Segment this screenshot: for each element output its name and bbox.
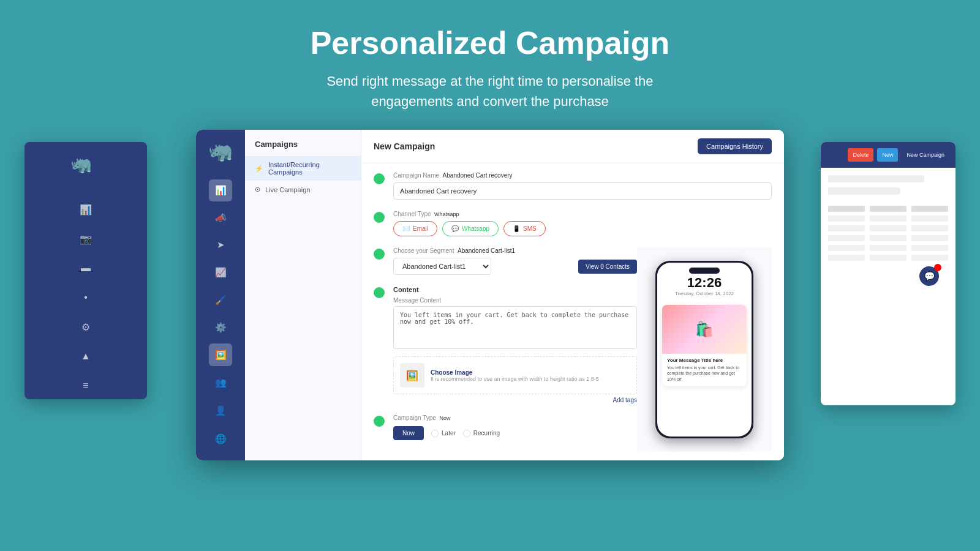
- campaigns-panel-title: Campaigns: [245, 140, 361, 156]
- step-3-label: Choose your Segment Abandoned Cart-list1: [393, 247, 637, 254]
- type-recurring-option[interactable]: Recurring: [463, 426, 500, 440]
- left-nav-item[interactable]: •: [74, 285, 98, 310]
- step-indicator-5: [374, 416, 385, 427]
- sidebar-icon-media[interactable]: 🖼️: [209, 343, 232, 366]
- step-channel-type: Channel Type Whatsapp ✉️ Email 💬 Whatsap…: [374, 211, 772, 236]
- channel-whatsapp-button[interactable]: 💬 Whatsapp: [442, 221, 499, 236]
- step-3-and-4: Choose your Segment Abandoned Cart-list1…: [374, 247, 637, 451]
- step-campaign-name: Campaign Name Abandoned Cart recovery: [374, 172, 772, 200]
- sidebar-item-live-campaign[interactable]: ⊙ Live Campaign: [245, 181, 361, 198]
- phone-mockup: 12:26 Tuesday, October 18, 2022 🛍️ Your …: [655, 261, 753, 438]
- left-logo-icon: 🦏: [70, 154, 101, 185]
- step-2-label: Channel Type Whatsapp: [393, 211, 772, 217]
- step-3-content: Choose your Segment Abandoned Cart-list1…: [393, 247, 637, 275]
- sidebar-icon-profile[interactable]: 👤: [209, 399, 232, 422]
- campaigns-panel: Campaigns ⚡ Instant/Recurring Campaigns …: [245, 130, 361, 460]
- hero-section: Personalized Campaign Send right message…: [0, 0, 980, 130]
- sidebar-bottom: 👥 👤 🌐: [209, 371, 232, 460]
- step-campaign-type: Campaign Type Now Now Later: [374, 414, 637, 440]
- step-indicator-4: [374, 287, 385, 298]
- type-later-option[interactable]: Later: [431, 426, 456, 440]
- type-recurring-radio[interactable]: [463, 430, 470, 437]
- live-campaign-label: Live Campaign: [265, 186, 310, 193]
- app-logo-icon: 🦏: [206, 140, 235, 167]
- message-textarea[interactable]: You left items in your cart. Get back to…: [393, 306, 637, 349]
- left-nav-item[interactable]: ⚙: [74, 315, 98, 339]
- segment-select[interactable]: Abandoned Cart-list1: [393, 258, 491, 275]
- main-sidebar: 🦏 📊 📣 ➤ 📈 🖌️ ⚙️ 🖼️ 👥 👤 🌐: [196, 130, 245, 460]
- instant-campaigns-icon: ⚡: [255, 165, 263, 173]
- left-nav-item[interactable]: 📊: [74, 197, 98, 222]
- right-content: [821, 168, 956, 272]
- message-content-label: Message Content: [393, 297, 637, 304]
- channel-sms-button[interactable]: 📱 SMS: [503, 221, 546, 236]
- phone-date: Tuesday, October 18, 2022: [663, 291, 745, 296]
- step-5-content: Campaign Type Now Now Later: [393, 414, 637, 440]
- phone-message-image: 🛍️: [662, 305, 747, 354]
- right-btn-blue[interactable]: New: [877, 148, 898, 162]
- phone-mockup-container: 12:26 Tuesday, October 18, 2022 🛍️ Your …: [637, 247, 772, 451]
- main-screenshot: 🦏 📊 📣 ➤ 📈 🖌️ ⚙️ 🖼️ 👥 👤 🌐 Campaigns ⚡ Ins…: [196, 130, 784, 460]
- step-4-content: Content Message Content You left items i…: [393, 286, 637, 403]
- hero-subtitle: Send right message at the right time to …: [0, 71, 980, 111]
- right-table: [828, 206, 948, 264]
- type-later-radio[interactable]: [431, 430, 439, 437]
- step-indicator-2: [374, 212, 385, 223]
- content-header: New Campaign Campaigns History: [361, 130, 784, 163]
- screenshot-right: Delete New New Campaign 💬: [821, 142, 956, 405]
- sidebar-icon-campaigns[interactable]: 📣: [209, 206, 232, 229]
- sms-icon: 📱: [513, 225, 520, 232]
- left-nav-item[interactable]: ▬: [74, 256, 98, 280]
- left-nav-item[interactable]: ▲: [74, 344, 98, 369]
- chat-button[interactable]: 💬: [919, 266, 939, 286]
- add-tags-link[interactable]: Add tags: [393, 397, 637, 403]
- right-row: [828, 187, 900, 195]
- sidebar-icon-journeys[interactable]: ➤: [209, 234, 232, 257]
- choose-image-label[interactable]: Choose Image: [431, 369, 599, 376]
- form-area: Campaign Name Abandoned Cart recovery Ch…: [361, 163, 784, 460]
- hero-title: Personalized Campaign: [0, 24, 980, 61]
- screenshots-container: 🦏 📊 📷 ▬ • ⚙ ▲ ≡ Delete New New Campaign: [0, 130, 980, 479]
- template-text: Choose Image It is recommended to use an…: [431, 369, 599, 382]
- live-campaign-icon: ⊙: [255, 186, 260, 193]
- phone-time: 12:26: [663, 275, 745, 291]
- left-nav-item[interactable]: 📷: [74, 227, 98, 251]
- left-nav-items: 📊 📷 ▬ • ⚙ ▲ ≡: [24, 197, 147, 398]
- sidebar-item-instant-campaigns[interactable]: ⚡ Instant/Recurring Campaigns: [245, 156, 361, 181]
- screenshot-left: 🦏 📊 📷 ▬ • ⚙ ▲ ≡: [24, 142, 147, 399]
- step-2-content: Channel Type Whatsapp ✉️ Email 💬 Whatsap…: [393, 211, 772, 236]
- channel-email-button[interactable]: ✉️ Email: [393, 221, 437, 236]
- sidebar-icon-settings[interactable]: ⚙️: [209, 316, 232, 339]
- phone-screen: 12:26 Tuesday, October 18, 2022 🛍️ Your …: [657, 263, 752, 437]
- step-indicator-3: [374, 249, 385, 260]
- sidebar-icon-growth[interactable]: 📈: [209, 261, 232, 284]
- sidebar-icon-team[interactable]: 👥: [209, 371, 232, 394]
- phone-msg-body: Your Message Title here You left items i…: [662, 354, 747, 386]
- left-nav-item[interactable]: ≡: [74, 373, 98, 398]
- right-btn-red[interactable]: Delete: [848, 148, 873, 162]
- whatsapp-icon: 💬: [451, 225, 459, 232]
- campaigns-history-button[interactable]: Campaigns History: [698, 138, 772, 154]
- template-image-placeholder: [400, 363, 424, 388]
- step-1-label: Campaign Name Abandoned Cart recovery: [393, 172, 772, 179]
- main-content-area: New Campaign Campaigns History Campaign …: [361, 130, 784, 460]
- phone-msg-img-overlay: 🛍️: [662, 305, 747, 354]
- phone-msg-text: You left items in your cart. Get back to…: [667, 365, 742, 383]
- phone-notch: [689, 268, 720, 274]
- right-btn-dark[interactable]: New Campaign: [902, 148, 949, 162]
- phone-message-card: 🛍️ Your Message Title here You left item…: [662, 305, 747, 386]
- sidebar-icon-global[interactable]: 🌐: [209, 427, 232, 451]
- right-header: Delete New New Campaign: [821, 142, 956, 168]
- sidebar-icon-analytics[interactable]: 📊: [209, 179, 232, 202]
- sidebar-icon-templates[interactable]: 🖌️: [209, 289, 232, 312]
- email-icon: ✉️: [402, 225, 410, 232]
- campaign-name-input[interactable]: [393, 182, 772, 200]
- step-indicator-1: [374, 173, 385, 184]
- type-now-button[interactable]: Now: [393, 426, 424, 440]
- new-campaign-title: New Campaign: [374, 141, 435, 151]
- content-section-label: Content: [393, 286, 637, 293]
- instant-campaigns-label: Instant/Recurring Campaigns: [268, 161, 351, 176]
- channel-buttons-group: ✉️ Email 💬 Whatsapp 📱 SMS: [393, 221, 772, 236]
- phone-msg-title: Your Message Title here: [667, 358, 742, 363]
- view-contacts-button[interactable]: View 0 Contacts: [578, 260, 637, 274]
